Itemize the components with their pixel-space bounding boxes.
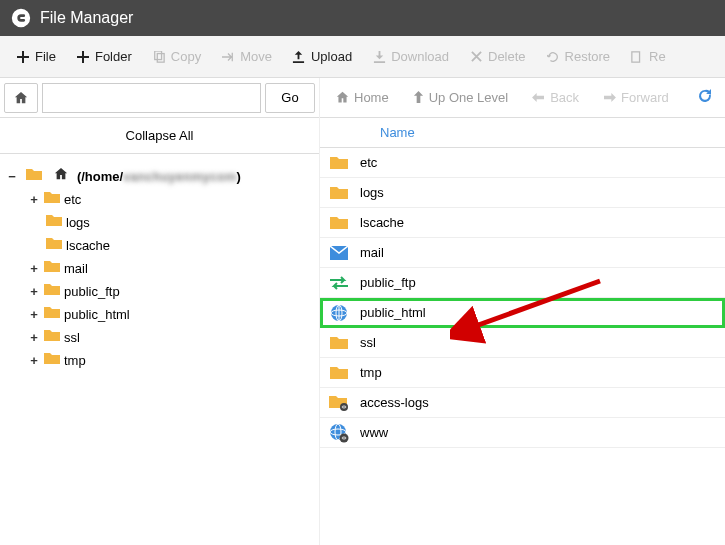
folder-icon	[44, 259, 60, 273]
move-icon	[221, 50, 235, 64]
folder-icon	[44, 282, 60, 296]
svg-rect-0	[155, 51, 162, 60]
expand-icon[interactable]: +	[28, 330, 40, 345]
file-name: public_html	[360, 305, 426, 320]
globe-icon	[328, 304, 350, 322]
svg-point-12	[340, 433, 349, 442]
move-button[interactable]: Move	[211, 43, 282, 70]
tree-item-mail[interactable]: +mail	[6, 256, 313, 279]
tree-item-label: tmp	[64, 353, 86, 368]
file-list: etclogslscachemailpublic_ftppublic_htmls…	[320, 148, 725, 448]
file-name: access-logs	[360, 395, 429, 410]
mail-icon	[328, 246, 350, 260]
tree-item-tmp[interactable]: +tmp	[6, 348, 313, 371]
tree-item-label: public_html	[64, 307, 130, 322]
home-button[interactable]	[4, 83, 38, 113]
nav-bar: Home Up One Level Back Forward	[320, 78, 725, 118]
file-row-access-logs[interactable]: access-logs	[320, 388, 725, 418]
file-row-public_html[interactable]: public_html	[320, 298, 725, 328]
delete-icon	[469, 50, 483, 64]
left-panel: Go Collapse All − (/home/vanchuyenmycom)…	[0, 78, 320, 545]
svg-rect-2	[632, 51, 640, 61]
reload-button[interactable]	[691, 82, 719, 113]
expand-icon[interactable]: +	[28, 261, 40, 276]
file-row-www[interactable]: www	[320, 418, 725, 448]
tree-item-label: public_ftp	[64, 284, 120, 299]
file-name: tmp	[360, 365, 382, 380]
nav-back-button[interactable]: Back	[522, 84, 589, 111]
file-row-tmp[interactable]: tmp	[320, 358, 725, 388]
file-row-logs[interactable]: logs	[320, 178, 725, 208]
tree-item-label: lscache	[66, 238, 110, 253]
go-button[interactable]: Go	[265, 83, 315, 113]
name-column[interactable]: Name	[380, 125, 415, 140]
folder-icon	[44, 328, 60, 342]
tree-item-public_ftp[interactable]: +public_ftp	[6, 279, 313, 302]
folder-link-icon	[328, 394, 350, 411]
home-icon	[14, 91, 28, 105]
file-name: etc	[360, 155, 377, 170]
nav-forward-button[interactable]: Forward	[593, 84, 679, 111]
reload-icon	[697, 88, 713, 104]
upload-button[interactable]: Upload	[282, 43, 362, 70]
path-input[interactable]	[42, 83, 261, 113]
tree-item-public_html[interactable]: +public_html	[6, 302, 313, 325]
folder-icon	[26, 167, 42, 181]
restore-button[interactable]: Restore	[536, 43, 621, 70]
collapse-icon[interactable]: −	[6, 169, 18, 184]
rename-icon	[630, 50, 644, 64]
toolbar: File Folder Copy Move Upload Download De…	[0, 36, 725, 78]
file-name: mail	[360, 245, 384, 260]
tree-item-lscache[interactable]: lscache	[6, 233, 313, 256]
tree-root[interactable]: − (/home/vanchuyenmycom)	[6, 164, 313, 187]
tree-root-label: (/home/vanchuyenmycom)	[77, 169, 241, 184]
arrow-left-icon	[532, 92, 545, 103]
right-panel: Home Up One Level Back Forward Name etcl…	[320, 78, 725, 545]
tree-item-ssl[interactable]: +ssl	[6, 325, 313, 348]
delete-button[interactable]: Delete	[459, 43, 536, 70]
file-name: public_ftp	[360, 275, 416, 290]
copy-button[interactable]: Copy	[142, 43, 211, 70]
file-row-mail[interactable]: mail	[320, 238, 725, 268]
home-icon	[53, 167, 69, 181]
folder-icon	[328, 215, 350, 230]
expand-icon[interactable]: +	[28, 307, 40, 322]
nav-up-button[interactable]: Up One Level	[403, 84, 519, 111]
tree-item-label: logs	[66, 215, 90, 230]
download-button[interactable]: Download	[362, 43, 459, 70]
expand-icon[interactable]: +	[28, 353, 40, 368]
tree-item-etc[interactable]: +etc	[6, 187, 313, 210]
tree-item-label: ssl	[64, 330, 80, 345]
ftp-icon	[328, 276, 350, 290]
file-row-public_ftp[interactable]: public_ftp	[320, 268, 725, 298]
folder-icon	[328, 335, 350, 350]
upload-icon	[292, 50, 306, 64]
folder-icon	[328, 155, 350, 170]
folder-button[interactable]: Folder	[66, 43, 142, 70]
tree-item-logs[interactable]: logs	[6, 210, 313, 233]
folder-icon	[328, 365, 350, 380]
file-row-lscache[interactable]: lscache	[320, 208, 725, 238]
globe-link-icon	[328, 423, 350, 443]
file-row-etc[interactable]: etc	[320, 148, 725, 178]
app-header: File Manager	[0, 0, 725, 36]
download-icon	[372, 50, 386, 64]
expand-icon[interactable]: +	[28, 192, 40, 207]
file-name: ssl	[360, 335, 376, 350]
app-title: File Manager	[40, 9, 133, 27]
folder-tree: − (/home/vanchuyenmycom) +etclogslscache…	[0, 154, 319, 381]
file-button[interactable]: File	[6, 43, 66, 70]
file-name: lscache	[360, 215, 404, 230]
home-icon	[336, 91, 349, 104]
collapse-all-button[interactable]: Collapse All	[0, 118, 319, 154]
cpanel-logo-icon	[10, 7, 32, 29]
plus-icon	[16, 50, 30, 64]
folder-icon	[328, 185, 350, 200]
restore-icon	[546, 50, 560, 64]
folder-icon	[44, 351, 60, 365]
file-row-ssl[interactable]: ssl	[320, 328, 725, 358]
nav-home-button[interactable]: Home	[326, 84, 399, 111]
expand-icon[interactable]: +	[28, 284, 40, 299]
column-header[interactable]: Name	[320, 118, 725, 148]
rename-button[interactable]: Re	[620, 43, 676, 70]
